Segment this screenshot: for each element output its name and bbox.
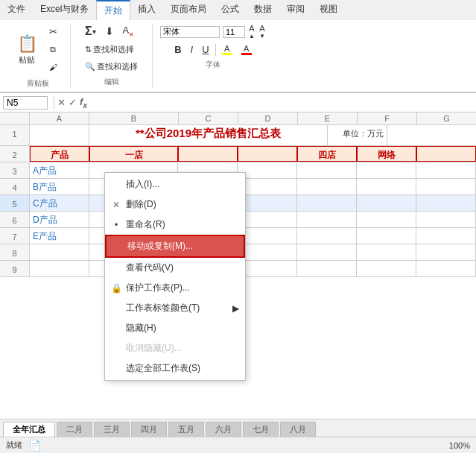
cell-E2[interactable]: 四店 — [297, 146, 357, 162]
cell-F6[interactable] — [357, 212, 416, 227]
find-select-button[interactable]: 🔍 查找和选择 — [82, 60, 141, 74]
menu-item-protect-sheet[interactable]: 🔒 保护工作表(P)... — [105, 278, 245, 298]
cell-F8[interactable] — [357, 244, 416, 260]
menu-item-rename[interactable]: • 重命名(R) — [105, 215, 245, 235]
col-header-A[interactable]: A — [30, 113, 89, 124]
cell-G5[interactable] — [416, 195, 476, 211]
sheet-tab-apr[interactable]: 四月 — [131, 422, 167, 437]
cell-D9[interactable] — [238, 261, 297, 276]
cell-A1[interactable] — [30, 125, 89, 145]
formula-input[interactable] — [87, 97, 473, 109]
cell-G4[interactable] — [416, 179, 476, 194]
cell-D4[interactable] — [238, 179, 297, 194]
menu-item-hide[interactable]: 隐藏(H) — [105, 318, 245, 338]
cell-G8[interactable] — [416, 244, 476, 260]
cell-B1[interactable]: **公司2019年产品销售汇总表 — [89, 125, 328, 145]
sheet-tab-jun[interactable]: 六月 — [206, 422, 241, 437]
cell-D6[interactable] — [238, 212, 297, 227]
cell-C2[interactable] — [178, 146, 238, 162]
sheet-tab-aug[interactable]: 八月 — [280, 422, 316, 437]
cell-G2[interactable] — [416, 146, 476, 162]
cell-G6[interactable] — [416, 212, 476, 227]
sheet-tab-may[interactable]: 五月 — [168, 422, 204, 437]
tab-review[interactable]: 审阅 — [279, 0, 312, 20]
cell-F7[interactable] — [357, 228, 416, 244]
cell-D5[interactable] — [238, 195, 297, 211]
bold-button[interactable]: B — [171, 43, 184, 56]
cancel-formula-icon[interactable]: ✕ — [57, 97, 66, 108]
cell-E6[interactable] — [297, 212, 357, 227]
cell-A9[interactable] — [30, 261, 89, 276]
cell-A2[interactable]: 产品 — [30, 146, 89, 162]
font-size-input[interactable] — [223, 26, 245, 38]
col-header-B[interactable]: B — [89, 113, 179, 124]
cell-E4[interactable] — [297, 179, 357, 194]
autosum-button[interactable]: Σ ▾ — [82, 23, 99, 39]
tab-page-layout[interactable]: 页面布局 — [163, 0, 214, 20]
copy-button[interactable]: ⧉ — [43, 41, 63, 57]
tab-excel-finance[interactable]: Excel与财务 — [33, 0, 96, 20]
clear-button[interactable]: A✕ — [120, 23, 138, 39]
tab-home[interactable]: 开始 — [96, 0, 130, 20]
confirm-formula-icon[interactable]: ✓ — [69, 97, 77, 108]
paste-button[interactable]: 📋 粘贴 — [13, 32, 40, 67]
cell-G7[interactable] — [416, 228, 476, 244]
cell-G9[interactable] — [416, 261, 476, 276]
font-color-button[interactable]: A — [238, 42, 255, 57]
sheet-tab-mar[interactable]: 三月 — [94, 422, 130, 437]
cell-E7[interactable] — [297, 228, 357, 244]
tab-view[interactable]: 视图 — [312, 0, 345, 20]
tab-formula[interactable]: 公式 — [214, 0, 247, 20]
cell-D3[interactable] — [238, 162, 297, 178]
cell-F4[interactable] — [357, 179, 416, 194]
cell-D7[interactable] — [238, 228, 297, 244]
col-header-D[interactable]: D — [238, 113, 298, 124]
italic-button[interactable]: I — [188, 43, 197, 56]
cell-A3[interactable]: A产品 — [30, 162, 89, 178]
cell-F9[interactable] — [357, 261, 416, 276]
cell-F5[interactable] — [357, 195, 416, 211]
menu-item-view-code[interactable]: 查看代码(V) — [105, 258, 245, 278]
fill-button[interactable]: ⬇ — [102, 24, 117, 39]
menu-item-insert[interactable]: 插入(I)... — [105, 174, 245, 194]
cell-E8[interactable] — [297, 244, 357, 260]
cell-G3[interactable] — [416, 162, 476, 178]
col-header-E[interactable]: E — [298, 113, 358, 124]
zoom-icon[interactable]: 100% — [449, 441, 470, 450]
menu-item-move-copy[interactable]: 移动或复制(M)... — [105, 235, 245, 258]
menu-item-tab-color[interactable]: 工作表标签颜色(T) ▶ — [105, 298, 245, 318]
cell-D2[interactable] — [238, 146, 297, 162]
tab-insert[interactable]: 插入 — [130, 0, 163, 20]
cell-A5[interactable]: C产品 — [30, 195, 89, 211]
cell-A6[interactable]: D产品 — [30, 212, 89, 227]
col-header-F[interactable]: F — [358, 113, 417, 124]
cell-A7[interactable]: E产品 — [30, 228, 89, 244]
cell-reference-input[interactable] — [3, 96, 48, 110]
cell-F2[interactable]: 网络 — [357, 146, 416, 162]
fill-color-button[interactable]: A — [219, 42, 235, 57]
cell-E5[interactable] — [297, 195, 357, 211]
cell-A8[interactable] — [30, 244, 89, 260]
sheet-tab-all-year[interactable]: 全年汇总 — [3, 422, 55, 437]
font-name-input[interactable] — [160, 26, 220, 38]
tab-file[interactable]: 文件 — [0, 0, 33, 20]
cut-button[interactable]: ✂ — [43, 23, 63, 39]
cell-D8[interactable] — [238, 244, 297, 260]
sheet-tab-feb[interactable]: 二月 — [57, 422, 92, 437]
cell-A4[interactable]: B产品 — [30, 179, 89, 194]
menu-item-select-all-sheets[interactable]: 选定全部工作表(S) — [105, 358, 245, 378]
cell-F3[interactable] — [357, 162, 416, 178]
decrease-font-button[interactable]: A▼ — [258, 23, 266, 40]
cell-B2[interactable]: 一店 — [89, 146, 178, 162]
col-header-C[interactable]: C — [179, 113, 238, 124]
tab-data[interactable]: 数据 — [247, 0, 279, 20]
sheet-tab-jul[interactable]: 七月 — [243, 422, 279, 437]
cell-E9[interactable] — [297, 261, 357, 276]
insert-function-icon[interactable]: fx — [80, 96, 87, 110]
underline-button[interactable]: U — [199, 43, 212, 56]
col-header-G[interactable]: G — [417, 113, 476, 124]
menu-item-delete[interactable]: ✕ 删除(D) — [105, 194, 245, 215]
cell-E3[interactable] — [297, 162, 357, 178]
increase-font-button[interactable]: A▲ — [248, 23, 256, 40]
sort-filter-button[interactable]: ⇅ 查找和选择 — [82, 42, 137, 57]
